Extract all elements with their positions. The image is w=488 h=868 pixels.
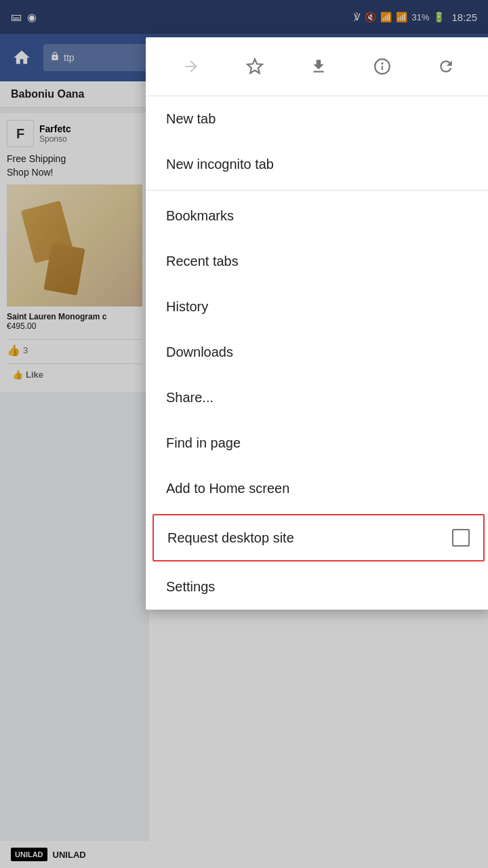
- request-desktop-checkbox[interactable]: [452, 529, 470, 547]
- menu-item-new-incognito-tab[interactable]: New incognito tab: [146, 142, 488, 187]
- download-button[interactable]: [302, 50, 336, 83]
- menu-item-recent-tabs[interactable]: Recent tabs: [146, 239, 488, 284]
- menu-item-downloads[interactable]: Downloads: [146, 330, 488, 375]
- info-button[interactable]: [365, 50, 399, 83]
- share-label: Share...: [166, 390, 214, 406]
- downloads-label: Downloads: [166, 344, 233, 360]
- bookmark-button[interactable]: [238, 50, 272, 83]
- new-tab-label: New tab: [166, 111, 216, 127]
- chrome-menu: New tab New incognito tab Bookmarks Rece…: [146, 37, 488, 610]
- settings-label: Settings: [166, 579, 215, 595]
- menu-item-share[interactable]: Share...: [146, 375, 488, 420]
- add-to-home-label: Add to Home screen: [166, 481, 289, 496]
- menu-item-find-in-page[interactable]: Find in page: [146, 420, 488, 466]
- forward-button[interactable]: [174, 50, 208, 83]
- menu-item-bookmarks[interactable]: Bookmarks: [146, 193, 488, 239]
- recent-tabs-label: Recent tabs: [166, 254, 239, 269]
- find-in-page-label: Find in page: [166, 435, 241, 451]
- bookmarks-label: Bookmarks: [166, 208, 234, 224]
- menu-item-request-desktop[interactable]: Request desktop site: [152, 514, 485, 561]
- history-label: History: [166, 299, 208, 315]
- menu-item-add-to-home[interactable]: Add to Home screen: [146, 466, 488, 511]
- menu-toolbar: [146, 37, 488, 96]
- menu-item-history[interactable]: History: [146, 284, 488, 330]
- request-desktop-label: Request desktop site: [167, 530, 294, 546]
- menu-divider-1: [146, 190, 488, 191]
- refresh-button[interactable]: [429, 50, 463, 83]
- menu-item-settings[interactable]: Settings: [146, 564, 488, 610]
- menu-item-new-tab[interactable]: New tab: [146, 96, 488, 142]
- new-incognito-tab-label: New incognito tab: [166, 157, 274, 172]
